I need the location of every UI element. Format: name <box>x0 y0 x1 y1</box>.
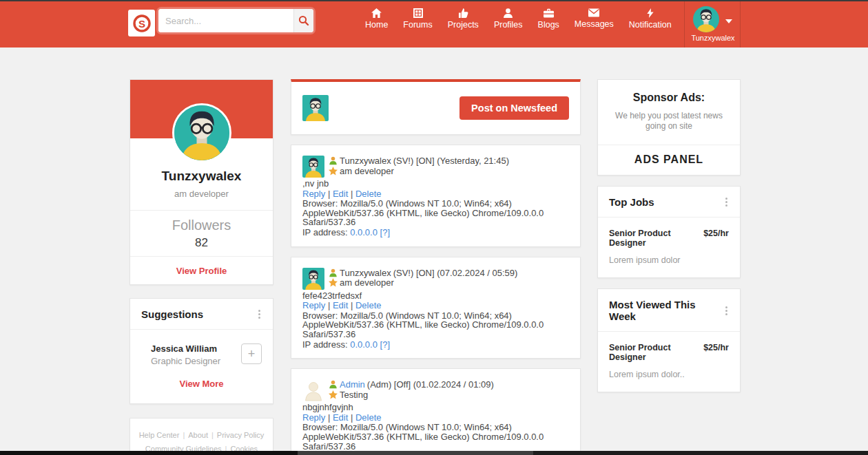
post-ip-line: IP address: 0.0.0.0 [?] <box>302 228 569 237</box>
edit-link[interactable]: Edit <box>333 189 348 199</box>
followers-section: Followers 82 <box>130 210 273 256</box>
feed-post: Admin (Adm) [Off] (01.02.2024 / 01:09) T… <box>291 368 581 455</box>
blogs-briefcase-icon <box>544 8 554 18</box>
nav-item-messages[interactable]: Messages <box>575 8 614 30</box>
post-author-tagline: Testing <box>340 390 368 400</box>
most-viewed-body: Senior Product Designer $25/hr Lorem ips… <box>598 331 740 392</box>
page: S Home Forums Projects <box>0 0 868 455</box>
profiles-person-icon <box>503 8 513 18</box>
nav-item-home[interactable]: Home <box>365 8 388 30</box>
avatar-cartoon-icon <box>302 95 329 121</box>
site-logo[interactable]: S <box>128 10 155 36</box>
suggestions-card: Suggestions Jessica William Graphic Desi… <box>130 298 273 404</box>
delete-link[interactable]: Delete <box>355 412 382 423</box>
avatar-cartoon-icon <box>302 268 324 290</box>
delete-link[interactable]: Delete <box>355 300 382 310</box>
nav-item-forums[interactable]: Forums <box>403 8 432 30</box>
header-user-avatar[interactable] <box>693 6 719 32</box>
sponsor-ads-title: Sponsor Ads: <box>608 92 730 104</box>
post-browser-info: Browser: Mozilla/5.0 (Windows NT 10.0; W… <box>302 199 569 227</box>
view-more-link[interactable]: View More <box>179 379 223 389</box>
taskbar-strip <box>0 451 868 455</box>
main-nav: Home Forums Projects Profiles Blogs Mess… <box>365 8 672 30</box>
nav-item-notification[interactable]: Notification <box>629 8 672 30</box>
top-jobs-title: Top Jobs <box>609 196 654 208</box>
post-actions: Reply | Edit | Delete <box>302 413 569 423</box>
profile-tagline: am developer <box>137 189 266 199</box>
most-viewed-header: Most Viewed This Week <box>598 289 740 331</box>
separator: | <box>183 431 185 439</box>
view-profile-link[interactable]: View Profile <box>176 266 227 276</box>
member-icon <box>329 156 338 165</box>
composer-avatar[interactable] <box>302 95 329 121</box>
nav-item-blogs[interactable]: Blogs <box>538 8 559 30</box>
edit-link[interactable]: Edit <box>333 412 348 423</box>
ip-help-link[interactable]: [?] <box>380 339 390 350</box>
sponsor-ads-section: Sponsor Ads: We help you post latest new… <box>598 80 740 145</box>
profile-banner <box>130 80 273 138</box>
view-profile-row: View Profile <box>130 256 273 284</box>
post-ip-line: IP address: 0.0.0.0 [?] <box>302 340 569 350</box>
about-link[interactable]: About <box>188 431 208 439</box>
ip-address-link[interactable]: 0.0.0.0 <box>350 339 378 350</box>
job-rate: $25/hr <box>703 229 729 248</box>
post-author-avatar[interactable] <box>302 268 324 290</box>
post-author-avatar[interactable] <box>302 156 324 178</box>
top-navbar: S Home Forums Projects <box>0 1 868 47</box>
nav-label: Messages <box>575 19 614 29</box>
nav-item-profiles[interactable]: Profiles <box>494 8 523 30</box>
top-jobs-body: Senior Product Designer $25/hr Lorem ips… <box>598 217 740 277</box>
post-author-name[interactable]: Admin <box>340 380 365 390</box>
kebab-menu-icon[interactable] <box>724 196 729 208</box>
star-icon <box>329 390 338 399</box>
sponsor-ads-text: We help you post latest news going on si… <box>608 111 730 131</box>
edit-link[interactable]: Edit <box>333 300 348 310</box>
chevron-down-icon[interactable] <box>725 19 732 23</box>
kebab-menu-icon[interactable] <box>257 308 262 320</box>
post-browser-info: Browser: Mozilla/5.0 (Windows NT 10.0; W… <box>302 423 569 451</box>
job-description: Lorem ipsum dolor <box>609 255 729 265</box>
post-header: Tunzxywalex (SV!) [ON] (Yesterday, 21:45… <box>302 156 569 178</box>
post-body: nbgjnhfgvjnh <box>302 403 569 412</box>
help-center-link[interactable]: Help Center <box>139 431 180 439</box>
right-sidebar: Sponsor Ads: We help you post latest new… <box>597 79 741 392</box>
separator: | <box>328 300 330 310</box>
nav-label: Profiles <box>494 20 523 30</box>
job-item[interactable]: Senior Product Designer $25/hr <box>609 343 729 362</box>
delete-link[interactable]: Delete <box>355 189 382 199</box>
post-author-name[interactable]: Tunzxywalex <box>340 156 391 166</box>
post-author-tagline: am developer <box>340 167 394 176</box>
add-friend-button[interactable]: + <box>241 343 262 364</box>
newsfeed-column: Post on Newsfeed Tunzxywalex (SV!) [ON] … <box>291 79 581 455</box>
star-icon <box>329 167 338 176</box>
post-author-name[interactable]: Tunzxywalex <box>340 268 391 278</box>
post-author-avatar[interactable] <box>302 379 324 401</box>
suggestions-header: Suggestions <box>130 299 273 329</box>
profile-avatar[interactable] <box>172 103 231 162</box>
kebab-menu-icon[interactable] <box>724 305 729 317</box>
home-icon <box>371 8 382 18</box>
ip-address-link[interactable]: 0.0.0.0 <box>350 227 378 237</box>
reply-link[interactable]: Reply <box>302 412 325 423</box>
job-item[interactable]: Senior Product Designer $25/hr <box>609 229 729 248</box>
ip-help-link[interactable]: [?] <box>380 227 390 237</box>
post-browser-info: Browser: Mozilla/5.0 (Windows NT 10.0; W… <box>302 311 569 339</box>
separator: | <box>328 189 330 199</box>
post-header-lines: Tunzxywalex (SV!) [ON] (Yesterday, 21:45… <box>329 156 509 178</box>
nav-item-projects[interactable]: Projects <box>448 8 479 30</box>
header-user-menu[interactable]: Tunzxywalex <box>684 1 741 47</box>
avatar-cartoon-icon <box>174 105 229 160</box>
privacy-policy-link[interactable]: Privacy Policy <box>217 431 264 439</box>
nav-label: Home <box>365 20 388 30</box>
post-on-newsfeed-button[interactable]: Post on Newsfeed <box>459 96 569 120</box>
nav-label: Notification <box>629 20 672 30</box>
reply-link[interactable]: Reply <box>302 300 325 310</box>
search-button[interactable] <box>293 9 313 32</box>
search-icon <box>298 15 309 26</box>
search-input[interactable] <box>158 9 293 32</box>
ads-panel-label[interactable]: ADS PANEL <box>598 145 740 175</box>
reply-link[interactable]: Reply <box>302 189 325 199</box>
top-jobs-card: Top Jobs Senior Product Designer $25/hr … <box>597 186 741 278</box>
taskbar-segment <box>533 451 868 455</box>
post-body: ,nv jnb <box>302 179 569 189</box>
